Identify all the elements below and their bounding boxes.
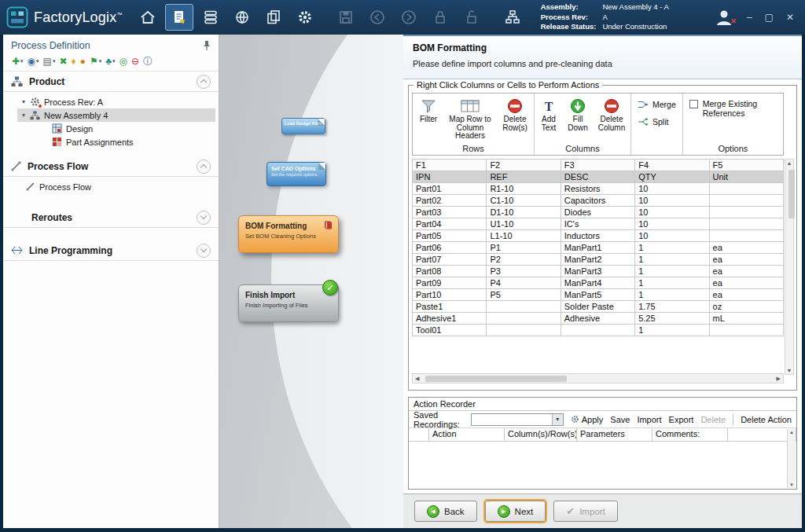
bom-cell[interactable]: 1 [635,266,709,277]
bom-cell[interactable]: D1-10 [487,207,561,218]
pin-icon[interactable] [203,40,211,51]
bom-cell[interactable]: oz [709,301,783,313]
dropdown-arrow-icon[interactable]: ▾ [112,58,116,64]
bom-cell[interactable]: IPN [413,171,487,183]
bom-column-header[interactable]: F3 [561,160,634,171]
scroll-up-icon[interactable]: ▲ [789,430,794,435]
bom-cell[interactable]: Capacitors [561,195,634,207]
workflow-step-set-cad-options[interactable]: Set CAD Options Set the required options [266,162,326,186]
bom-cell[interactable]: mL [709,313,783,325]
bom-column-header[interactable]: F4 [635,160,709,171]
dropdown-arrow-icon[interactable]: ▾ [99,58,102,64]
bom-cell[interactable]: ea [709,266,783,277]
workflow-step-bom-formatting[interactable]: BOM Formatting Set BOM Cleaning Options [238,215,339,253]
bom-cell[interactable]: QTY [635,171,709,183]
bom-cell[interactable]: P1 [487,242,561,254]
user-badge-icon[interactable]: ● [80,57,86,66]
expander-icon[interactable]: ▾ [22,112,30,119]
bom-cell[interactable]: Adhesive1 [413,313,487,325]
bom-cell[interactable]: Part10 [413,289,487,301]
tree-item-process-rev[interactable]: ▾ Process Rev: A [3,95,219,108]
horizontal-scrollbar[interactable]: ◀ ▶ [412,373,784,383]
scroll-up-icon[interactable]: ▲ [787,160,792,166]
dropdown-arrow-icon[interactable]: ▾ [20,58,24,64]
bom-cell[interactable]: REF [487,171,561,183]
bom-cell[interactable] [709,230,783,242]
tree-item-design[interactable]: Design [3,122,219,135]
bom-cell[interactable]: DESC [561,171,634,183]
expander-icon[interactable]: ▾ [22,98,30,105]
bom-cell[interactable]: 10 [635,218,709,230]
scroll-left-icon[interactable]: ◀ [415,376,419,382]
bom-cell[interactable] [487,301,561,313]
bom-cell[interactable]: Unit [709,171,783,183]
bom-cell[interactable]: P4 [487,277,561,289]
bom-cell[interactable]: Part07 [413,254,487,266]
bom-cell[interactable]: 1 [635,277,709,289]
scroll-down-icon[interactable]: ▼ [789,482,794,487]
sync-icon[interactable]: ◎ [119,57,127,66]
export-recording-button[interactable]: Export [669,415,694,424]
bom-cell[interactable]: Part05 [413,230,487,242]
scroll-thumb[interactable] [425,376,567,382]
combo-arrow-icon[interactable]: ▼ [552,414,563,425]
web-sync-button[interactable] [228,4,256,31]
bom-cell[interactable]: Part01 [413,183,487,195]
bom-cell[interactable]: P2 [487,254,561,266]
flag-icon[interactable]: ⚑ [90,57,98,66]
home-button[interactable] [134,4,162,31]
web-icon[interactable]: ◉ [28,57,35,66]
dropdown-arrow-icon[interactable]: ▾ [36,58,39,64]
bom-cell[interactable]: IC's [561,218,634,230]
import-recording-button[interactable]: Import [637,415,661,424]
bom-column-header[interactable]: F1 [413,160,487,171]
bom-cell[interactable]: Part03 [413,207,487,218]
bom-cell[interactable]: Part09 [413,277,487,289]
forward-button[interactable] [395,4,423,31]
bom-cell[interactable] [709,195,783,207]
bom-cell[interactable]: Part06 [413,242,487,254]
maximize-button[interactable]: ▢ [765,12,774,23]
key-icon[interactable]: ♦ [72,57,76,66]
bom-cell[interactable]: Part08 [413,266,487,277]
bom-cell[interactable]: Diodes [561,207,634,218]
bom-cell[interactable] [561,325,634,336]
tree-item-new-assembly[interactable]: ▾ New Assembly 4 [17,108,215,122]
bom-cell[interactable]: ManPart4 [561,277,634,289]
release-route-button[interactable] [498,4,527,31]
ar-column-header[interactable]: Parameters [577,428,652,441]
bom-cell[interactable] [487,313,561,325]
bom-cell[interactable] [709,325,783,336]
merge-button[interactable]: Merge [638,100,676,109]
plugin-icon[interactable]: ✖ [59,57,67,66]
user-account-button[interactable]: ✕ [714,8,734,27]
process-definition-button[interactable] [165,4,193,31]
bom-cell[interactable]: 10 [635,230,709,242]
filter-button[interactable]: Filter [413,94,444,124]
fill-down-button[interactable]: Fill Down [563,94,593,132]
save-button[interactable] [332,4,360,31]
close-button[interactable]: ✕ [786,12,794,23]
bom-cell[interactable]: 1 [635,254,709,266]
import-button[interactable]: ✔ Import [553,501,618,522]
bom-cell[interactable]: Part02 [413,195,487,207]
bom-cell[interactable]: ea [709,277,783,289]
bom-cell[interactable]: ea [709,242,783,254]
lock-button[interactable] [426,4,454,31]
bom-cell[interactable]: 1 [635,289,709,301]
action-recorder-scrollbar[interactable]: ▲▼ [787,429,796,488]
remove-icon[interactable]: ⊖ [131,57,139,66]
add-icon[interactable]: ✚ [12,57,20,66]
saved-recordings-select[interactable]: ▼ [471,413,564,426]
scroll-right-icon[interactable]: ▶ [777,376,781,382]
bom-cell[interactable]: Tool01 [413,325,487,336]
bom-cell[interactable]: P3 [487,266,561,277]
delete-rows-button[interactable]: Delete Row(s) [496,94,534,132]
bom-cell[interactable]: 10 [635,207,709,218]
bom-cell[interactable]: ManPart2 [561,254,634,266]
data-stack-button[interactable] [197,4,225,31]
apply-button[interactable]: Apply [571,415,604,424]
bom-cell[interactable]: ea [709,289,783,301]
delete-column-button[interactable]: Delete Column [593,94,630,132]
section-process-flow[interactable]: Process Flow [3,156,219,177]
